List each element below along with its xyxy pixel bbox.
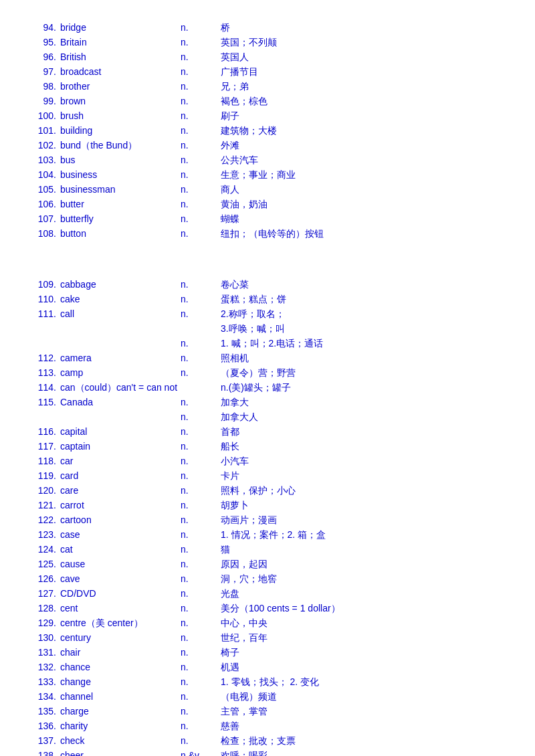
entry-pos: n. xyxy=(181,167,221,182)
entry-word: captain xyxy=(60,439,181,454)
list-item: 116. capital n. 首都 xyxy=(27,424,508,439)
list-item: 118. car n. 小汽车 xyxy=(27,454,508,468)
list-item: 126. cave n. 洞，穴；地窖 xyxy=(27,571,508,586)
entry-num: 126. xyxy=(27,571,60,586)
entry-meaning: 照料，保护；小心 xyxy=(221,483,508,498)
entry-pos: n. xyxy=(181,94,221,108)
entry-pos: n. xyxy=(181,153,221,167)
list-item: 131. chair n. 椅子 xyxy=(27,645,508,660)
entry-pos: n. xyxy=(181,704,221,719)
list-item: 134. channel n. （电视）频道 xyxy=(27,689,508,704)
entry-meaning: 桥 xyxy=(221,20,508,35)
list-item: 106. butter n. 黄油，奶油 xyxy=(27,197,508,211)
entry-meaning: 兄；弟 xyxy=(221,79,508,94)
entry-pos: n. xyxy=(181,439,221,454)
list-item: 117. captain n. 船长 xyxy=(27,439,508,454)
list-item: 120. care n. 照料，保护；小心 xyxy=(27,483,508,498)
entry-num: 100. xyxy=(27,108,60,123)
list-item: 135. charge n. 主管，掌管 xyxy=(27,704,508,719)
entry-pos: n. xyxy=(181,395,221,409)
list-item: 128. cent n. 美分（100 cents = 1 dollar） xyxy=(27,601,508,616)
entry-word: cause xyxy=(60,557,181,571)
entry-word: building xyxy=(60,123,181,138)
entry-num: 131. xyxy=(27,645,60,660)
entry-meaning: 椅子 xyxy=(221,645,508,660)
entry-word: capital xyxy=(60,424,181,439)
entry-meaning: 原因，起因 xyxy=(221,557,508,571)
entry-meaning: 慈善 xyxy=(221,719,508,733)
entry-num: 104. xyxy=(27,167,60,182)
entry-num: 98. xyxy=(27,79,60,94)
entry-pos: n. xyxy=(181,601,221,616)
entry-pos: n. xyxy=(181,674,221,689)
list-item: 125. cause n. 原因，起因 xyxy=(27,557,508,571)
entry-word: cartoon xyxy=(60,512,181,527)
section-header-c xyxy=(27,253,508,272)
entry-meaning: 英国人 xyxy=(221,50,508,64)
entry-meaning: 英国；不列颠 xyxy=(221,35,508,50)
entry-meaning: 1. 喊；叫；2.电话；通话 xyxy=(221,336,508,351)
entry-num: 122. xyxy=(27,512,60,527)
list-item-extra: 3.呼唤；喊；叫 xyxy=(27,321,508,336)
entry-word: brown xyxy=(60,94,181,108)
list-item: 102. bund（the Bund） n. 外滩 xyxy=(27,138,508,153)
entry-word: cake xyxy=(60,292,181,306)
entry-word: charity xyxy=(60,719,181,733)
entry-num: 130. xyxy=(27,630,60,645)
entry-pos: n. xyxy=(181,630,221,645)
entry-meaning: 加拿大 xyxy=(221,395,508,409)
entry-num: 97. xyxy=(27,64,60,79)
entry-word: bus xyxy=(60,153,181,167)
entry-meaning: 公共汽车 xyxy=(221,153,508,167)
entry-num: 117. xyxy=(27,439,60,454)
list-item: 112. camera n. 照相机 xyxy=(27,351,508,365)
list-item: 101. building n. 建筑物；大楼 xyxy=(27,123,508,138)
entry-pos: n. xyxy=(181,351,221,365)
entry-num: 129. xyxy=(27,616,60,630)
entry-num: 109. xyxy=(27,277,60,292)
entry-pos: n. xyxy=(181,454,221,468)
entry-num: 135. xyxy=(27,704,60,719)
entry-pos: n. xyxy=(181,424,221,439)
entry-num: 127. xyxy=(27,586,60,601)
entry-num: 113. xyxy=(27,365,60,380)
entry-word: case xyxy=(60,527,181,542)
entry-pos: n. xyxy=(181,719,221,733)
entry-meaning: 1. 零钱；找头； 2. 变化 xyxy=(221,674,508,689)
entry-word: centre（美 center） xyxy=(60,616,181,630)
list-item: 127. CD/DVD n. 光盘 xyxy=(27,586,508,601)
entry-word: Britain xyxy=(60,35,181,50)
entry-meaning: 世纪，百年 xyxy=(221,630,508,645)
entry-meaning: 纽扣；（电铃等的）按钮 xyxy=(221,226,508,241)
entry-pos: n. xyxy=(181,197,221,211)
entry-meaning: 2.称呼；取名； xyxy=(221,306,508,321)
list-item-extra: n. 1. 喊；叫；2.电话；通话 xyxy=(27,336,508,351)
list-item: 99. brown n. 褐色；棕色 xyxy=(27,94,508,108)
entry-pos: n. xyxy=(181,527,221,542)
entry-num: 96. xyxy=(27,50,60,64)
entry-num: 123. xyxy=(27,527,60,542)
entry-pos: n. xyxy=(181,182,221,197)
list-item: 94. bridge n. 桥 xyxy=(27,20,508,35)
entry-word: businessman xyxy=(60,182,181,197)
list-item: 95. Britain n. 英国；不列颠 xyxy=(27,35,508,50)
entry-num: 102. xyxy=(27,138,60,153)
entry-word: call xyxy=(60,306,181,321)
entry-meaning: 褐色；棕色 xyxy=(221,94,508,108)
entry-meaning: 美分（100 cents = 1 dollar） xyxy=(221,601,508,616)
entry-pos: n. xyxy=(181,108,221,123)
entry-meaning: 小汽车 xyxy=(221,454,508,468)
list-item: 130. century n. 世纪，百年 xyxy=(27,630,508,645)
entry-meaning: n.(美)罐头；罐子 xyxy=(221,380,508,395)
entry-num: 132. xyxy=(27,660,60,674)
entry-meaning: 商人 xyxy=(221,182,508,197)
list-item: 132. chance n. 机遇 xyxy=(27,660,508,674)
entry-num: 94. xyxy=(27,20,60,35)
entry-pos: n. xyxy=(181,277,221,292)
entry-pos: n. xyxy=(181,483,221,498)
entry-pos: n. xyxy=(181,660,221,674)
entry-pos: n. xyxy=(181,409,221,424)
entry-word: chance xyxy=(60,660,181,674)
entry-word: carrot xyxy=(60,498,181,512)
entry-num: 125. xyxy=(27,557,60,571)
